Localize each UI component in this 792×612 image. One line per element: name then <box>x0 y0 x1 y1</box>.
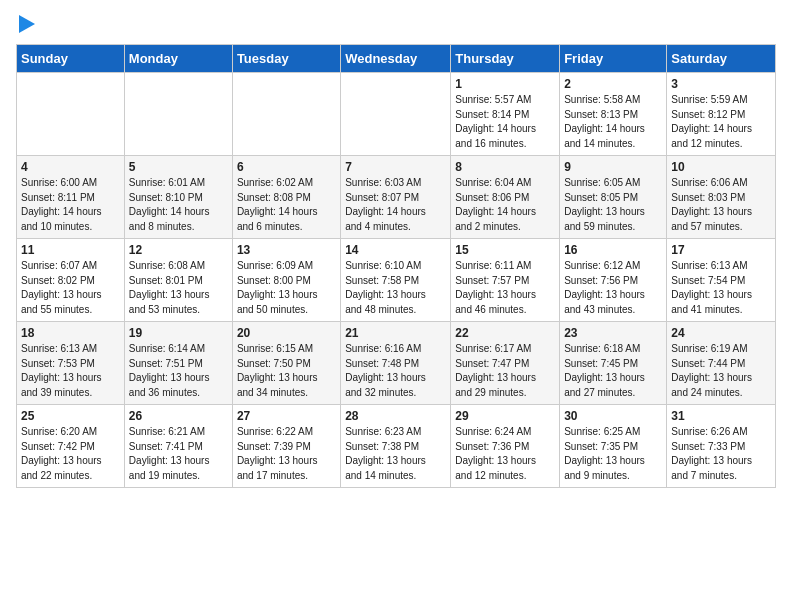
calendar-cell: 9Sunrise: 6:05 AM Sunset: 8:05 PM Daylig… <box>560 156 667 239</box>
calendar-table: SundayMondayTuesdayWednesdayThursdayFrid… <box>16 44 776 488</box>
day-info: Sunrise: 6:10 AM Sunset: 7:58 PM Dayligh… <box>345 259 446 317</box>
day-number: 8 <box>455 160 555 174</box>
calendar-cell: 25Sunrise: 6:20 AM Sunset: 7:42 PM Dayli… <box>17 405 125 488</box>
calendar-cell: 28Sunrise: 6:23 AM Sunset: 7:38 PM Dayli… <box>341 405 451 488</box>
day-number: 31 <box>671 409 771 423</box>
day-info: Sunrise: 5:58 AM Sunset: 8:13 PM Dayligh… <box>564 93 662 151</box>
calendar-cell: 30Sunrise: 6:25 AM Sunset: 7:35 PM Dayli… <box>560 405 667 488</box>
day-info: Sunrise: 6:13 AM Sunset: 7:54 PM Dayligh… <box>671 259 771 317</box>
day-number: 19 <box>129 326 228 340</box>
day-info: Sunrise: 6:11 AM Sunset: 7:57 PM Dayligh… <box>455 259 555 317</box>
calendar-week-row: 18Sunrise: 6:13 AM Sunset: 7:53 PM Dayli… <box>17 322 776 405</box>
day-number: 2 <box>564 77 662 91</box>
calendar-week-row: 25Sunrise: 6:20 AM Sunset: 7:42 PM Dayli… <box>17 405 776 488</box>
logo-arrow-icon <box>19 15 35 33</box>
day-info: Sunrise: 6:09 AM Sunset: 8:00 PM Dayligh… <box>237 259 336 317</box>
day-number: 1 <box>455 77 555 91</box>
calendar-cell: 22Sunrise: 6:17 AM Sunset: 7:47 PM Dayli… <box>451 322 560 405</box>
day-number: 12 <box>129 243 228 257</box>
day-number: 14 <box>345 243 446 257</box>
day-info: Sunrise: 6:23 AM Sunset: 7:38 PM Dayligh… <box>345 425 446 483</box>
day-number: 16 <box>564 243 662 257</box>
calendar-cell: 26Sunrise: 6:21 AM Sunset: 7:41 PM Dayli… <box>124 405 232 488</box>
day-number: 26 <box>129 409 228 423</box>
day-number: 25 <box>21 409 120 423</box>
day-info: Sunrise: 6:24 AM Sunset: 7:36 PM Dayligh… <box>455 425 555 483</box>
day-info: Sunrise: 6:14 AM Sunset: 7:51 PM Dayligh… <box>129 342 228 400</box>
day-header-tuesday: Tuesday <box>232 45 340 73</box>
calendar-cell: 7Sunrise: 6:03 AM Sunset: 8:07 PM Daylig… <box>341 156 451 239</box>
day-number: 21 <box>345 326 446 340</box>
day-info: Sunrise: 6:07 AM Sunset: 8:02 PM Dayligh… <box>21 259 120 317</box>
calendar-cell <box>17 73 125 156</box>
day-info: Sunrise: 6:05 AM Sunset: 8:05 PM Dayligh… <box>564 176 662 234</box>
day-info: Sunrise: 6:19 AM Sunset: 7:44 PM Dayligh… <box>671 342 771 400</box>
calendar-cell <box>232 73 340 156</box>
calendar-cell: 11Sunrise: 6:07 AM Sunset: 8:02 PM Dayli… <box>17 239 125 322</box>
day-header-thursday: Thursday <box>451 45 560 73</box>
calendar-cell: 12Sunrise: 6:08 AM Sunset: 8:01 PM Dayli… <box>124 239 232 322</box>
calendar-cell: 19Sunrise: 6:14 AM Sunset: 7:51 PM Dayli… <box>124 322 232 405</box>
calendar-cell: 10Sunrise: 6:06 AM Sunset: 8:03 PM Dayli… <box>667 156 776 239</box>
day-number: 24 <box>671 326 771 340</box>
day-number: 13 <box>237 243 336 257</box>
day-info: Sunrise: 6:01 AM Sunset: 8:10 PM Dayligh… <box>129 176 228 234</box>
calendar-cell: 1Sunrise: 5:57 AM Sunset: 8:14 PM Daylig… <box>451 73 560 156</box>
day-info: Sunrise: 6:18 AM Sunset: 7:45 PM Dayligh… <box>564 342 662 400</box>
logo <box>16 16 35 34</box>
day-info: Sunrise: 6:06 AM Sunset: 8:03 PM Dayligh… <box>671 176 771 234</box>
day-number: 4 <box>21 160 120 174</box>
calendar-week-row: 4Sunrise: 6:00 AM Sunset: 8:11 PM Daylig… <box>17 156 776 239</box>
day-number: 7 <box>345 160 446 174</box>
day-number: 10 <box>671 160 771 174</box>
day-info: Sunrise: 6:03 AM Sunset: 8:07 PM Dayligh… <box>345 176 446 234</box>
day-info: Sunrise: 6:20 AM Sunset: 7:42 PM Dayligh… <box>21 425 120 483</box>
calendar-cell: 3Sunrise: 5:59 AM Sunset: 8:12 PM Daylig… <box>667 73 776 156</box>
day-info: Sunrise: 6:13 AM Sunset: 7:53 PM Dayligh… <box>21 342 120 400</box>
day-info: Sunrise: 6:04 AM Sunset: 8:06 PM Dayligh… <box>455 176 555 234</box>
calendar-cell: 16Sunrise: 6:12 AM Sunset: 7:56 PM Dayli… <box>560 239 667 322</box>
calendar-cell: 23Sunrise: 6:18 AM Sunset: 7:45 PM Dayli… <box>560 322 667 405</box>
day-info: Sunrise: 6:21 AM Sunset: 7:41 PM Dayligh… <box>129 425 228 483</box>
day-number: 22 <box>455 326 555 340</box>
calendar-cell <box>124 73 232 156</box>
day-number: 9 <box>564 160 662 174</box>
calendar-cell: 14Sunrise: 6:10 AM Sunset: 7:58 PM Dayli… <box>341 239 451 322</box>
page-header <box>16 16 776 34</box>
day-number: 6 <box>237 160 336 174</box>
day-number: 23 <box>564 326 662 340</box>
calendar-cell: 29Sunrise: 6:24 AM Sunset: 7:36 PM Dayli… <box>451 405 560 488</box>
calendar-cell <box>341 73 451 156</box>
day-info: Sunrise: 6:25 AM Sunset: 7:35 PM Dayligh… <box>564 425 662 483</box>
day-number: 28 <box>345 409 446 423</box>
day-info: Sunrise: 5:59 AM Sunset: 8:12 PM Dayligh… <box>671 93 771 151</box>
day-info: Sunrise: 6:16 AM Sunset: 7:48 PM Dayligh… <box>345 342 446 400</box>
calendar-cell: 8Sunrise: 6:04 AM Sunset: 8:06 PM Daylig… <box>451 156 560 239</box>
day-number: 15 <box>455 243 555 257</box>
day-number: 5 <box>129 160 228 174</box>
day-header-friday: Friday <box>560 45 667 73</box>
day-info: Sunrise: 6:15 AM Sunset: 7:50 PM Dayligh… <box>237 342 336 400</box>
calendar-cell: 24Sunrise: 6:19 AM Sunset: 7:44 PM Dayli… <box>667 322 776 405</box>
day-number: 29 <box>455 409 555 423</box>
day-info: Sunrise: 5:57 AM Sunset: 8:14 PM Dayligh… <box>455 93 555 151</box>
calendar-week-row: 11Sunrise: 6:07 AM Sunset: 8:02 PM Dayli… <box>17 239 776 322</box>
day-info: Sunrise: 6:17 AM Sunset: 7:47 PM Dayligh… <box>455 342 555 400</box>
day-number: 11 <box>21 243 120 257</box>
day-header-wednesday: Wednesday <box>341 45 451 73</box>
day-info: Sunrise: 6:02 AM Sunset: 8:08 PM Dayligh… <box>237 176 336 234</box>
calendar-cell: 4Sunrise: 6:00 AM Sunset: 8:11 PM Daylig… <box>17 156 125 239</box>
calendar-cell: 13Sunrise: 6:09 AM Sunset: 8:00 PM Dayli… <box>232 239 340 322</box>
calendar-header-row: SundayMondayTuesdayWednesdayThursdayFrid… <box>17 45 776 73</box>
day-number: 30 <box>564 409 662 423</box>
day-info: Sunrise: 6:22 AM Sunset: 7:39 PM Dayligh… <box>237 425 336 483</box>
day-info: Sunrise: 6:12 AM Sunset: 7:56 PM Dayligh… <box>564 259 662 317</box>
calendar-cell: 27Sunrise: 6:22 AM Sunset: 7:39 PM Dayli… <box>232 405 340 488</box>
calendar-cell: 17Sunrise: 6:13 AM Sunset: 7:54 PM Dayli… <box>667 239 776 322</box>
calendar-cell: 31Sunrise: 6:26 AM Sunset: 7:33 PM Dayli… <box>667 405 776 488</box>
calendar-week-row: 1Sunrise: 5:57 AM Sunset: 8:14 PM Daylig… <box>17 73 776 156</box>
day-number: 17 <box>671 243 771 257</box>
calendar-cell: 5Sunrise: 6:01 AM Sunset: 8:10 PM Daylig… <box>124 156 232 239</box>
day-number: 20 <box>237 326 336 340</box>
calendar-cell: 18Sunrise: 6:13 AM Sunset: 7:53 PM Dayli… <box>17 322 125 405</box>
